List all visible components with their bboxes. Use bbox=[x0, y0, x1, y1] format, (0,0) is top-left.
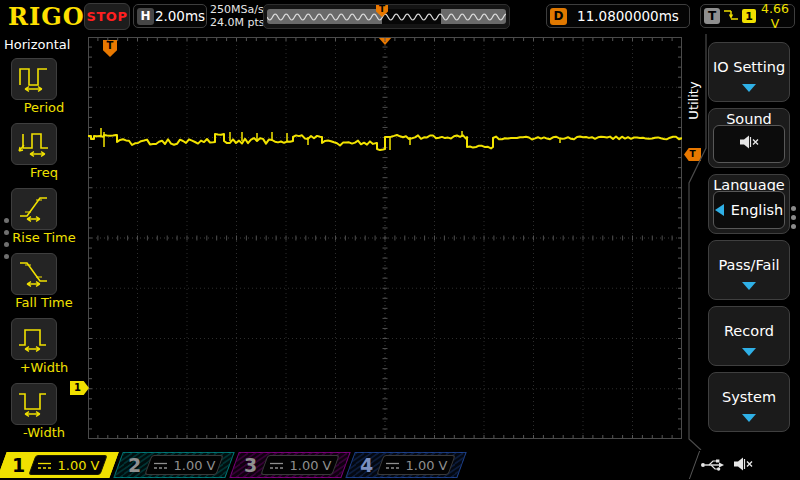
trigger-badge: T bbox=[704, 8, 720, 24]
dc-coupling-icon bbox=[385, 458, 400, 473]
chevron-down-icon bbox=[742, 84, 756, 92]
right-page-indicator-dot bbox=[791, 224, 796, 229]
falling-edge-icon bbox=[723, 7, 739, 26]
speaker-muted-icon bbox=[738, 134, 760, 154]
channel-number: 3 bbox=[244, 453, 257, 477]
menu-item-pass-fail[interactable]: Pass/Fail bbox=[708, 240, 790, 300]
channel-tab-3[interactable]: 3 1.00 V bbox=[234, 452, 346, 478]
menu-item-label: Record bbox=[709, 323, 789, 339]
right-page-indicator-dot bbox=[791, 215, 796, 220]
left-menu-button-fall-time[interactable] bbox=[11, 253, 57, 295]
menu-item-system[interactable]: System bbox=[708, 372, 790, 432]
left-menu-label: Period bbox=[0, 100, 88, 115]
menu-item-record[interactable]: Record bbox=[708, 306, 790, 366]
left-page-indicator-dot bbox=[4, 254, 9, 259]
channel-scale-value: 1.00 V bbox=[174, 458, 216, 473]
memory-depth: 24.0M pts bbox=[210, 16, 265, 29]
menu-item-label: System bbox=[709, 389, 789, 405]
left-menu-button-rise-time[interactable] bbox=[11, 188, 57, 230]
left-page-indicator-dot bbox=[4, 218, 9, 223]
dc-coupling-icon bbox=[37, 458, 52, 473]
trigger-channel-badge: 1 bbox=[742, 9, 756, 23]
rise-time-icon bbox=[17, 191, 51, 227]
channel-number: 2 bbox=[128, 453, 141, 477]
dc-coupling-icon bbox=[269, 458, 284, 473]
menu-tab-utility: Utility bbox=[682, 50, 704, 150]
statusbar-divider bbox=[689, 451, 700, 479]
menu-item-language[interactable]: Language English bbox=[708, 174, 790, 234]
menu-item-io-setting[interactable]: IO Setting bbox=[708, 42, 790, 102]
left-page-indicator-dot bbox=[4, 242, 9, 247]
right-page-indicator-dot bbox=[791, 206, 796, 211]
left-menu-label: Freq bbox=[0, 165, 88, 180]
freq-icon bbox=[17, 127, 51, 161]
left-menu-label: +Width bbox=[0, 360, 88, 375]
channel-number: 1 bbox=[12, 453, 25, 477]
left-menu-label: Fall Time bbox=[0, 295, 88, 310]
plus-width-icon bbox=[17, 321, 51, 357]
run-state-indicator[interactable]: STOP bbox=[84, 3, 130, 30]
oscilloscope-screen: RIGOL STOP H 2.00ms 250MSa/s 24.0M pts T… bbox=[0, 0, 800, 480]
chevron-down-icon bbox=[742, 414, 756, 422]
language-selector[interactable]: English bbox=[713, 191, 785, 229]
left-page-indicator-dot bbox=[4, 230, 9, 235]
menu-item-label: IO Setting bbox=[709, 59, 789, 75]
channel-tab-2[interactable]: 2 1.00 V bbox=[118, 452, 230, 478]
channel-tab-4[interactable]: 4 1.00 V bbox=[350, 452, 462, 478]
graticule: T bbox=[88, 37, 682, 439]
left-menu-title: Horizontal bbox=[4, 37, 70, 52]
left-menu-button-freq[interactable] bbox=[11, 123, 57, 165]
sample-rate: 250MSa/s bbox=[210, 3, 265, 16]
chevron-left-icon bbox=[715, 204, 724, 216]
chevron-down-icon bbox=[742, 348, 756, 356]
delay-group[interactable]: D 11.0800000ms bbox=[546, 4, 690, 28]
timebase-value: 2.00ms bbox=[154, 8, 206, 24]
delay-value: 11.0800000ms bbox=[567, 8, 689, 24]
channel-scale-value: 1.00 V bbox=[290, 458, 332, 473]
language-value: English bbox=[731, 202, 783, 218]
left-menu-label: -Width bbox=[0, 425, 88, 440]
horizontal-timebase-group[interactable]: H 2.00ms bbox=[133, 4, 207, 28]
horizontal-badge: H bbox=[137, 8, 154, 25]
channel-scale-value: 1.00 V bbox=[406, 458, 448, 473]
usb-icon bbox=[700, 457, 726, 476]
left-menu-label: Rise Time bbox=[0, 230, 88, 245]
left-menu-button--width[interactable] bbox=[11, 383, 57, 425]
trigger-level-value: 4.66 V bbox=[756, 1, 794, 31]
sound-toggle[interactable] bbox=[713, 125, 785, 163]
channel-tab-1[interactable]: 1 1.00 V bbox=[2, 452, 114, 478]
acquisition-info: 250MSa/s 24.0M pts bbox=[210, 3, 265, 29]
chevron-down-icon bbox=[742, 282, 756, 290]
left-menu-button--width[interactable] bbox=[11, 318, 57, 360]
menu-item-sound[interactable]: Sound bbox=[708, 108, 790, 168]
channel-number: 4 bbox=[360, 453, 373, 477]
fall-time-icon bbox=[17, 256, 51, 292]
minus-width-icon bbox=[17, 386, 51, 422]
speaker-muted-icon bbox=[732, 456, 754, 476]
waveform-preview-bar[interactable]: T bbox=[263, 4, 510, 29]
period-icon bbox=[17, 62, 51, 96]
dc-coupling-icon bbox=[153, 458, 168, 473]
trigger-group[interactable]: T 1 4.66 V bbox=[700, 4, 795, 28]
ch1-waveform bbox=[88, 37, 682, 439]
channel1-ground-marker: 1 bbox=[70, 381, 89, 395]
left-menu-button-period[interactable] bbox=[11, 58, 57, 100]
channel-scale-value: 1.00 V bbox=[58, 458, 100, 473]
delay-badge: D bbox=[550, 8, 567, 25]
menu-item-label: Pass/Fail bbox=[709, 257, 789, 273]
status-icon-tray bbox=[700, 456, 754, 476]
